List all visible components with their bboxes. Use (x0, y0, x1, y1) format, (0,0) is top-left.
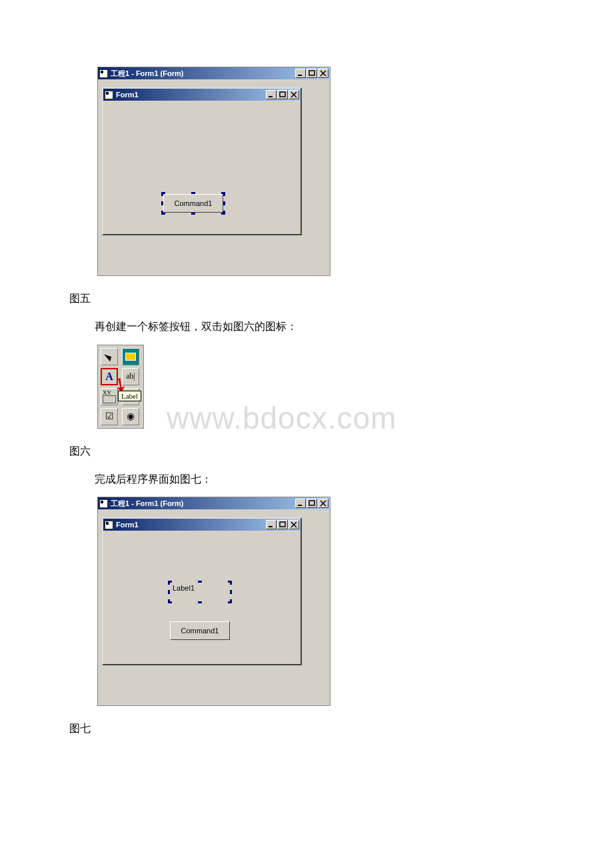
close-button[interactable] (318, 499, 328, 508)
close-button[interactable] (289, 520, 299, 529)
command1-label: Command1 (181, 627, 219, 635)
svg-rect-7 (280, 522, 285, 527)
label1-control[interactable]: Label1 (170, 583, 230, 601)
tool-picturebox[interactable] (122, 348, 139, 365)
command1-label: Command1 (175, 199, 213, 207)
svg-rect-2 (269, 96, 273, 97)
fig7-form-title: Form1 (116, 521, 266, 529)
label-tooltip: Label (118, 391, 141, 401)
paragraph-2: 完成后程序界面如图七： (73, 471, 540, 488)
fig7-form-titlebar[interactable]: Form1 (103, 519, 301, 531)
vb-app-icon (99, 69, 108, 78)
fig5-form-window[interactable]: Form1 (102, 87, 302, 235)
fig5-caption: 图五 (69, 292, 540, 306)
fig5-outer-title: 工程1 - Form1 (Form) (111, 69, 295, 79)
fig7-caption: 图七 (69, 722, 540, 736)
tool-pointer[interactable] (101, 348, 118, 365)
minimize-button[interactable] (266, 90, 277, 99)
form-icon (105, 521, 113, 529)
minimize-button[interactable] (266, 520, 277, 529)
svg-rect-3 (280, 92, 285, 97)
command1-button[interactable]: Command1 (170, 621, 230, 640)
svg-rect-6 (269, 526, 273, 527)
fig7-designer-window: 工程1 - Form1 (Form) Form1 (97, 497, 330, 706)
fig5-form-title: Form1 (116, 91, 266, 99)
paragraph-1: 再创建一个标签按钮，双击如图六的图标： (73, 318, 540, 335)
fig5-form-body[interactable]: Command1 (103, 101, 301, 234)
maximize-button[interactable] (306, 499, 317, 508)
close-button[interactable] (318, 69, 328, 78)
window-buttons (266, 90, 299, 99)
tool-textbox[interactable] (122, 368, 139, 385)
fig6-caption: 图六 (69, 445, 540, 459)
window-buttons (295, 499, 328, 508)
minimize-button[interactable] (295, 69, 306, 78)
svg-rect-1 (309, 71, 314, 75)
window-buttons (295, 69, 328, 78)
fig5-designer-window: 工程1 - Form1 (Form) Form1 (97, 67, 330, 276)
label-glyph: A (105, 371, 113, 383)
fig7-outer-title: 工程1 - Form1 (Form) (111, 499, 295, 509)
close-button[interactable] (289, 90, 299, 99)
tool-label[interactable]: A (101, 368, 118, 385)
document-content: 工程1 - Form1 (Form) Form1 (73, 67, 540, 736)
minimize-button[interactable] (295, 499, 306, 508)
svg-rect-0 (298, 75, 302, 76)
label1-text: Label1 (173, 584, 195, 592)
fig7-outer-titlebar[interactable]: 工程1 - Form1 (Form) (98, 497, 330, 509)
maximize-button[interactable] (277, 520, 288, 529)
form-icon (105, 91, 113, 99)
svg-rect-4 (298, 505, 302, 506)
svg-rect-5 (309, 501, 314, 505)
fig7-outer-client: Form1 (98, 509, 330, 705)
fig7-form-body[interactable]: Label1 Command1 (103, 531, 301, 664)
fig7-form-window[interactable]: Form1 (102, 517, 302, 665)
fig6-toolbox: A ➘ Label (97, 345, 144, 429)
fig5-outer-client: Form1 (98, 79, 330, 275)
fig5-form-titlebar[interactable]: Form1 (103, 89, 301, 101)
maximize-button[interactable] (277, 90, 288, 99)
tool-frame[interactable] (101, 388, 118, 405)
tool-optionbutton[interactable] (122, 408, 139, 425)
vb-app-icon (99, 499, 108, 508)
fig5-outer-titlebar[interactable]: 工程1 - Form1 (Form) (98, 67, 330, 79)
window-buttons (266, 520, 299, 529)
command1-button[interactable]: Command1 (163, 194, 223, 213)
maximize-button[interactable] (306, 69, 317, 78)
tool-checkbox[interactable] (101, 408, 118, 425)
